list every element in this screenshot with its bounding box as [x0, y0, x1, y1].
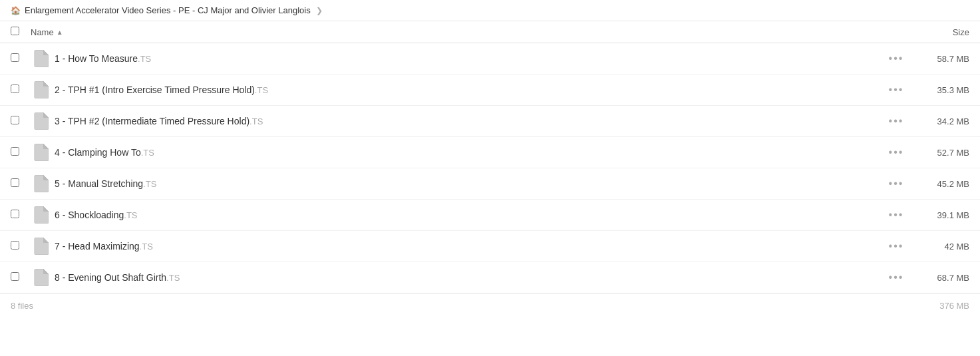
file-icon [31, 238, 52, 255]
row-checkbox-container[interactable] [11, 116, 31, 126]
file-size: 42 MB [916, 242, 969, 252]
file-icon [31, 144, 52, 161]
file-svg-icon [34, 144, 49, 161]
file-svg-icon [34, 81, 49, 98]
row-checkbox[interactable] [11, 210, 19, 218]
file-name-main: 1 - How To Measure [55, 53, 138, 64]
row-actions[interactable]: ••• [876, 81, 916, 98]
file-name-ext: .TS [138, 54, 151, 64]
file-icon [31, 269, 52, 286]
file-svg-icon [34, 206, 49, 224]
file-count-label: 8 files [11, 301, 33, 311]
more-options-button[interactable]: ••• [884, 238, 909, 255]
file-svg-icon [34, 175, 49, 192]
more-options-button[interactable]: ••• [884, 81, 909, 98]
more-options-button[interactable]: ••• [884, 50, 909, 67]
row-actions[interactable]: ••• [876, 206, 916, 224]
file-size: 34.2 MB [916, 116, 969, 126]
row-checkbox-container[interactable] [11, 85, 31, 95]
file-name-ext: .TS [140, 242, 153, 252]
row-actions[interactable]: ••• [876, 50, 916, 67]
table-row[interactable]: 6 - Shockloading.TS ••• 39.1 MB [0, 200, 980, 231]
row-checkbox[interactable] [11, 241, 19, 250]
file-svg-icon [34, 238, 49, 255]
footer-bar: 8 files 376 MB [0, 293, 980, 317]
select-all-checkbox-container[interactable] [11, 27, 31, 37]
more-options-button[interactable]: ••• [884, 112, 909, 130]
file-size: 45.2 MB [916, 179, 969, 189]
file-name-main: 6 - Shockloading [55, 210, 124, 220]
file-name: 2 - TPH #1 (Intro Exercise Timed Pressur… [52, 85, 876, 95]
file-size: 58.7 MB [916, 54, 969, 64]
file-name: 8 - Evening Out Shaft Girth.TS [52, 272, 876, 283]
file-size: 39.1 MB [916, 210, 969, 220]
table-row[interactable]: 1 - How To Measure.TS ••• 58.7 MB [0, 43, 980, 75]
file-svg-icon [34, 269, 49, 286]
breadcrumb: 🏠 Enlargement Accelerator Video Series -… [0, 0, 980, 21]
more-options-button[interactable]: ••• [884, 206, 909, 224]
file-name-ext: .TS [249, 116, 263, 126]
file-icon [31, 50, 52, 67]
more-options-button[interactable]: ••• [884, 269, 909, 286]
row-checkbox-container[interactable] [11, 241, 31, 252]
file-name-ext: .TS [143, 179, 156, 189]
more-options-button[interactable]: ••• [884, 175, 909, 192]
name-column-header[interactable]: Name ▲ [31, 27, 903, 37]
file-name-ext: .TS [141, 148, 154, 158]
file-name-ext: .TS [124, 210, 137, 220]
file-name-main: 3 - TPH #2 (Intermediate Timed Pressure … [55, 116, 249, 126]
table-row[interactable]: 4 - Clamping How To.TS ••• 52.7 MB [0, 137, 980, 168]
breadcrumb-text[interactable]: Enlargement Accelerator Video Series - P… [25, 5, 311, 15]
file-name: 1 - How To Measure.TS [52, 53, 876, 64]
file-name-main: 4 - Clamping How To [55, 147, 141, 158]
total-size-label: 376 MB [939, 301, 969, 311]
select-all-checkbox[interactable] [11, 27, 19, 35]
table-row[interactable]: 5 - Manual Stretching.TS ••• 45.2 MB [0, 168, 980, 200]
size-column-header: Size [903, 27, 969, 37]
row-checkbox[interactable] [11, 85, 19, 93]
row-checkbox[interactable] [11, 178, 19, 187]
table-row[interactable]: 2 - TPH #1 (Intro Exercise Timed Pressur… [0, 75, 980, 106]
row-actions[interactable]: ••• [876, 112, 916, 130]
file-icon [31, 112, 52, 130]
file-icon [31, 175, 52, 192]
row-actions[interactable]: ••• [876, 269, 916, 286]
file-name: 4 - Clamping How To.TS [52, 147, 876, 158]
file-name: 3 - TPH #2 (Intermediate Timed Pressure … [52, 116, 876, 126]
row-checkbox-container[interactable] [11, 147, 31, 158]
table-row[interactable]: 7 - Head Maximizing.TS ••• 42 MB [0, 231, 980, 262]
file-size: 35.3 MB [916, 85, 969, 95]
file-name-ext: .TS [166, 273, 180, 283]
file-name-main: 8 - Evening Out Shaft Girth [55, 272, 166, 283]
file-name-main: 5 - Manual Stretching [55, 178, 143, 189]
row-checkbox-container[interactable] [11, 272, 31, 283]
file-svg-icon [34, 112, 49, 130]
row-checkbox-container[interactable] [11, 178, 31, 189]
row-checkbox[interactable] [11, 116, 19, 124]
row-checkbox[interactable] [11, 53, 19, 62]
home-icon: 🏠 [11, 6, 21, 15]
row-actions[interactable]: ••• [876, 144, 916, 161]
table-row[interactable]: 3 - TPH #2 (Intermediate Timed Pressure … [0, 106, 980, 137]
row-checkbox-container[interactable] [11, 53, 31, 64]
table-row[interactable]: 8 - Evening Out Shaft Girth.TS ••• 68.7 … [0, 262, 980, 293]
row-checkbox[interactable] [11, 147, 19, 156]
row-actions[interactable]: ••• [876, 175, 916, 192]
row-checkbox[interactable] [11, 272, 19, 281]
file-name-main: 7 - Head Maximizing [55, 241, 140, 252]
file-list-header: Name ▲ Size [0, 21, 980, 43]
file-list: 1 - How To Measure.TS ••• 58.7 MB 2 - TP… [0, 43, 980, 293]
chevron-right-icon: ❯ [316, 6, 323, 15]
file-name-ext: .TS [255, 85, 268, 95]
file-icon [31, 206, 52, 224]
row-actions[interactable]: ••• [876, 238, 916, 255]
more-options-button[interactable]: ••• [884, 144, 909, 161]
file-svg-icon [34, 50, 49, 67]
file-name: 6 - Shockloading.TS [52, 210, 876, 220]
file-size: 52.7 MB [916, 148, 969, 158]
file-name: 5 - Manual Stretching.TS [52, 178, 876, 189]
file-icon [31, 81, 52, 98]
sort-arrow-icon: ▲ [57, 29, 63, 36]
file-name-main: 2 - TPH #1 (Intro Exercise Timed Pressur… [55, 85, 255, 95]
row-checkbox-container[interactable] [11, 210, 31, 220]
